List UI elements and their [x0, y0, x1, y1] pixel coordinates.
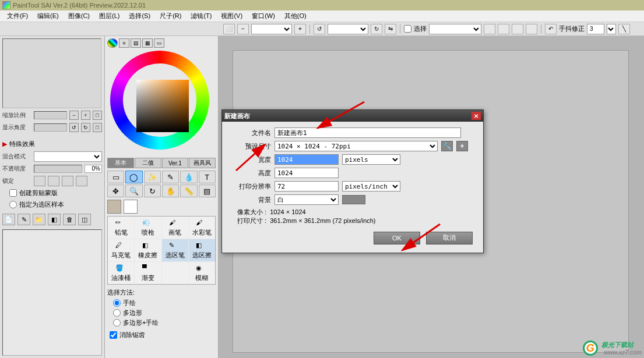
brush-marker[interactable]: 🖊马克笔 — [108, 239, 134, 261]
blend-mode-select[interactable] — [34, 151, 102, 162]
zoom-in-button[interactable]: + — [294, 24, 306, 34]
navigator-thumbnail[interactable] — [2, 38, 101, 108]
tool-pen[interactable]: ✎ — [162, 171, 179, 183]
zoom-plus[interactable]: + — [81, 111, 90, 120]
stabilizer-dropdown[interactable] — [607, 24, 616, 34]
tool-hand[interactable]: ✋ — [162, 185, 179, 197]
menu-view[interactable]: 视图(V) — [216, 10, 247, 22]
tb-btn-2[interactable] — [498, 24, 509, 34]
brush-watercolor[interactable]: 🖌水彩笔 — [189, 217, 215, 239]
sel-polyfree-radio[interactable] — [113, 319, 121, 327]
layer-mask-button[interactable]: ◧ — [48, 214, 61, 225]
close-icon[interactable]: ✕ — [471, 112, 481, 120]
menu-select[interactable]: 选择(S) — [124, 10, 155, 22]
tb-btn-1[interactable] — [484, 24, 495, 34]
foreground-color[interactable] — [107, 200, 121, 214]
opacity-slider[interactable] — [34, 165, 82, 173]
undo-button[interactable]: ↶ — [545, 24, 557, 34]
resolution-input[interactable] — [275, 181, 339, 192]
zoom-select[interactable] — [251, 24, 292, 34]
tool-perspective[interactable]: ▧ — [199, 185, 216, 197]
new-vector-layer-button[interactable]: ✎ — [17, 214, 30, 225]
background-color[interactable] — [124, 200, 138, 214]
menu-window[interactable]: 窗口(W) — [247, 10, 280, 22]
brush-bucket[interactable]: 🪣油漆桶 — [108, 262, 134, 284]
lock-pixels[interactable] — [48, 176, 59, 186]
clear-layer-button[interactable]: ◫ — [78, 214, 91, 225]
brush-gradient[interactable]: ▀渐变 — [135, 262, 161, 284]
layer-list[interactable] — [2, 229, 102, 356]
menu-edit[interactable]: 编辑(E) — [33, 10, 64, 22]
menu-ruler[interactable]: 尺子(R) — [155, 10, 186, 22]
select-dropdown[interactable] — [429, 24, 481, 34]
tool-wand[interactable]: ✨ — [144, 171, 161, 183]
brush-eraser[interactable]: ◧橡皮擦 — [135, 239, 161, 261]
color-square[interactable] — [136, 80, 189, 132]
antialias-checkbox[interactable] — [110, 331, 117, 339]
sel-polygon-radio[interactable] — [113, 309, 121, 317]
dialog-titlebar[interactable]: 新建画布 ✕ — [222, 110, 483, 122]
angle-reset[interactable]: □ — [93, 123, 102, 132]
flip-h-button[interactable]: ⇋ — [385, 24, 396, 34]
angle-slider[interactable] — [34, 123, 67, 132]
menu-file[interactable]: 文件(F) — [2, 10, 33, 22]
color-swatch-mode[interactable]: ▦ — [142, 38, 153, 48]
angle-ccw[interactable]: ↺ — [69, 123, 79, 132]
tool-tab-basic[interactable]: 基本 — [107, 158, 134, 168]
plus-icon[interactable]: + — [456, 141, 468, 151]
color-wheel-mode[interactable] — [107, 38, 118, 48]
rotate-select[interactable] — [328, 24, 368, 34]
tool-rotate[interactable]: ↻ — [144, 185, 161, 197]
filename-input[interactable] — [275, 127, 461, 138]
tb-btn-3[interactable] — [512, 24, 523, 34]
tool-tab-binary[interactable]: 二值 — [135, 158, 161, 168]
height-input[interactable] — [275, 168, 339, 178]
angle-cw[interactable]: ↻ — [81, 123, 90, 132]
stabilizer-value[interactable] — [587, 24, 604, 34]
size-unit-select[interactable]: pixels — [342, 154, 400, 165]
cancel-button[interactable]: 取消 — [426, 232, 473, 244]
zoom-out-button[interactable]: − — [237, 24, 249, 34]
wrench-icon[interactable]: 🔧 — [441, 141, 453, 151]
tool-marquee[interactable]: ▭ — [107, 171, 124, 183]
width-input[interactable] — [275, 154, 339, 165]
fx-label[interactable]: 特殊效果 — [9, 140, 35, 148]
ok-button[interactable]: OK — [374, 232, 420, 244]
delete-layer-button[interactable]: 🗑 — [63, 214, 76, 225]
zoom-minus[interactable]: − — [69, 111, 79, 120]
color-history-mode[interactable]: ▭ — [154, 38, 164, 48]
brush-selpen[interactable]: ✎选区笔 — [162, 239, 188, 261]
bg-swatch[interactable] — [342, 195, 365, 204]
menu-image[interactable]: 图像(C) — [64, 10, 94, 22]
brush-brush[interactable]: 🖌画笔 — [162, 217, 188, 239]
tool-move[interactable]: ✥ — [107, 185, 124, 197]
lock-position[interactable] — [62, 176, 73, 186]
new-layer-button[interactable]: 📄 — [2, 214, 15, 225]
sel-sample-radio[interactable] — [9, 201, 17, 208]
new-folder-button[interactable]: 📁 — [33, 214, 45, 225]
lock-none[interactable] — [34, 176, 45, 186]
zoom-fit-button[interactable]: ⬜ — [223, 24, 235, 34]
tool-ruler[interactable]: 📏 — [180, 185, 197, 197]
tool-zoom[interactable]: 🔍 — [125, 185, 142, 197]
tool-eyedrop[interactable]: 💧 — [180, 171, 197, 183]
brush-pencil[interactable]: ✏铅笔 — [108, 217, 134, 239]
menu-filter[interactable]: 滤镜(T) — [186, 10, 216, 22]
zoom-reset[interactable]: □ — [93, 111, 102, 120]
menu-layer[interactable]: 图层(L) — [94, 10, 124, 22]
color-bar-mode[interactable]: ≡ — [119, 38, 129, 48]
brush-selerase[interactable]: ◧选区擦 — [189, 239, 215, 261]
res-unit-select[interactable]: pixels/inch — [342, 181, 400, 192]
clip-mask-checkbox[interactable] — [9, 189, 17, 197]
tool-tab-tradit[interactable]: 画具风 — [189, 158, 216, 168]
tool-text[interactable]: T — [199, 171, 216, 183]
tool-lasso[interactable]: ◯ — [125, 171, 142, 183]
preset-select[interactable]: 1024 × 1024 - 72ppi — [275, 141, 438, 151]
brush-blur[interactable]: ◉模糊 — [189, 262, 215, 284]
color-grad-mode[interactable]: ▤ — [131, 38, 141, 48]
brush-airbrush[interactable]: 💨喷枪 — [135, 217, 161, 239]
lock-all[interactable] — [76, 176, 87, 186]
sel-freehand-radio[interactable] — [113, 299, 121, 307]
zoom-slider[interactable] — [34, 111, 67, 119]
rotate-ccw-button[interactable]: ↺ — [314, 24, 325, 34]
